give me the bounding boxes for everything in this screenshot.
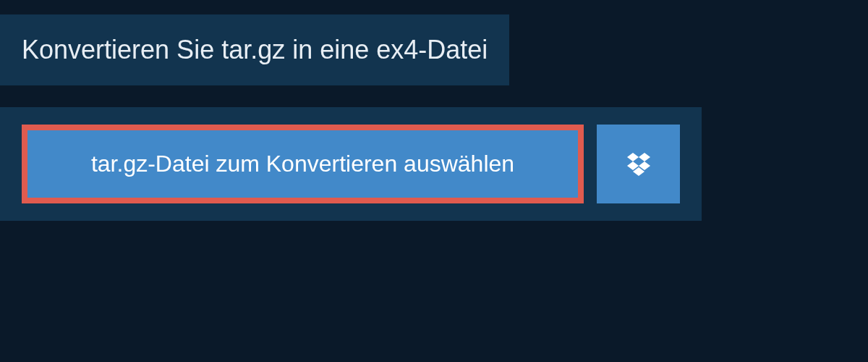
dropbox-button[interactable] [597, 125, 680, 203]
page-title: Konvertieren Sie tar.gz in eine ex4-Date… [22, 35, 488, 65]
select-file-button[interactable]: tar.gz-Datei zum Konvertieren auswählen [22, 125, 584, 203]
header-bar: Konvertieren Sie tar.gz in eine ex4-Date… [0, 14, 509, 85]
dropbox-icon [624, 150, 653, 179]
upload-panel: tar.gz-Datei zum Konvertieren auswählen [0, 107, 702, 221]
select-file-label: tar.gz-Datei zum Konvertieren auswählen [91, 151, 514, 177]
